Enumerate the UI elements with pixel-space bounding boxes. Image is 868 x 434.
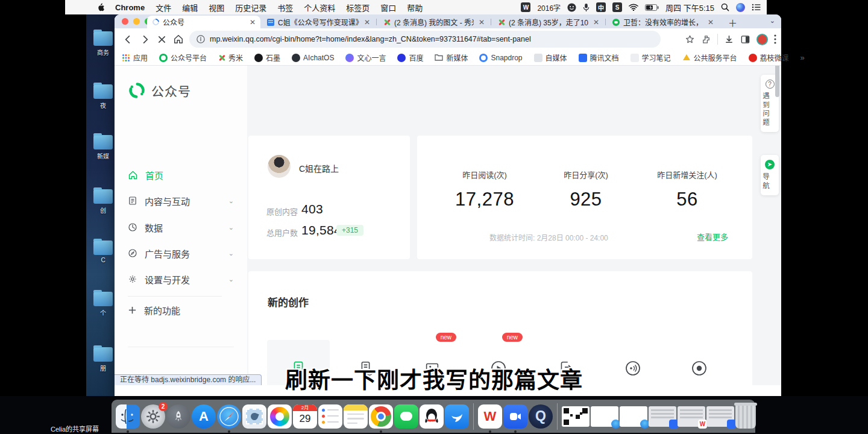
bookmark-snapdrop[interactable]: Snapdrop <box>479 54 522 62</box>
sidebar-item-ads[interactable]: 广告与服务 ⌄ <box>128 247 234 260</box>
reminders-dock-icon[interactable] <box>318 404 342 429</box>
desktop-folder[interactable]: 创 <box>91 189 115 215</box>
app-store-dock-icon[interactable]: A <box>192 404 216 429</box>
extensions-icon[interactable] <box>701 34 711 45</box>
tab-close-icon[interactable]: ✕ <box>706 18 715 27</box>
minimize-window-button[interactable] <box>133 18 140 25</box>
launchpad-dock-icon[interactable] <box>166 404 190 429</box>
menubar-item-bookmarks[interactable]: 书签 <box>277 2 293 13</box>
bookmark-folder-newmedia[interactable]: 新媒体 <box>435 52 468 63</box>
download-icon[interactable] <box>724 34 734 45</box>
sidebar-item-data[interactable]: 数据 ⌄ <box>128 221 234 234</box>
bookmark-tencent-docs[interactable]: 腾讯文档 <box>579 52 619 63</box>
menubar-item-edit[interactable]: 编辑 <box>182 2 198 13</box>
minimized-screenshot-window[interactable] <box>706 406 734 427</box>
tab-close-icon[interactable]: ✕ <box>592 18 600 27</box>
calendar-dock-icon[interactable]: 2月 29 <box>293 404 317 429</box>
safari-dock-icon[interactable] <box>217 404 241 429</box>
battery-icon[interactable] <box>645 4 659 11</box>
creation-item-audio[interactable]: 音频消息 <box>602 340 664 385</box>
bookmark-lizhi[interactable]: 荔枝微课 <box>749 52 789 63</box>
emoji-input-icon[interactable] <box>567 3 576 12</box>
tab-3[interactable]: (2 条消息) 35岁，走了10年弯 ✕ <box>492 16 604 28</box>
input-method-icon[interactable]: 中 <box>596 2 606 12</box>
bookmark-shimo[interactable]: 石墨 <box>254 52 280 63</box>
menubar-item-history[interactable]: 历史记录 <box>235 2 266 13</box>
menubar-app-name[interactable]: Chrome <box>115 3 145 12</box>
stop-loading-button[interactable] <box>153 31 170 48</box>
chrome-dock-icon[interactable] <box>369 404 393 429</box>
menubar-item-file[interactable]: 文件 <box>156 2 171 13</box>
desktop-folder[interactable]: C <box>91 241 115 263</box>
bookmark-public-service[interactable]: 公共服务平台 <box>682 52 737 63</box>
menubar-item-tabs[interactable]: 标签页 <box>346 2 370 13</box>
mail-dock-icon[interactable] <box>242 404 266 429</box>
forward-button[interactable] <box>136 31 153 48</box>
wifi-icon[interactable] <box>629 4 638 11</box>
creation-item-live[interactable]: 直播 <box>668 340 731 385</box>
bookmarks-overflow-icon[interactable]: » <box>800 53 805 62</box>
menubar-item-view[interactable]: 视图 <box>209 2 224 13</box>
tab-2[interactable]: (2 条消息) 我的图文 - 秀米XIU ✕ <box>378 16 489 28</box>
close-window-button[interactable] <box>122 18 128 25</box>
microphone-icon[interactable] <box>583 3 590 12</box>
spotlight-search-icon[interactable] <box>721 3 729 11</box>
sidebar-item-home[interactable]: 首页 <box>128 168 234 181</box>
menubar-item-help[interactable]: 帮助 <box>407 2 423 13</box>
bookmark-zimeiti[interactable]: 自媒体 <box>534 52 567 63</box>
minimized-screenshot-window[interactable] <box>649 406 676 427</box>
wechat-dock-icon[interactable] <box>394 404 418 429</box>
qq-dock-icon[interactable] <box>420 404 444 429</box>
bookmark-mp-platform[interactable]: 公众号平台 <box>159 52 207 63</box>
bookmark-aichatos[interactable]: AIchatOS <box>292 54 334 62</box>
bookmark-xiumi[interactable]: 秀米 <box>218 52 243 63</box>
sidebar-item-content[interactable]: 内容与互动 ⌄ <box>128 194 234 207</box>
sidebar-item-new-features[interactable]: 新的功能 <box>128 303 234 316</box>
page-scrollbar[interactable] <box>775 66 779 97</box>
back-button[interactable] <box>119 31 136 48</box>
sogou-input-icon[interactable]: S <box>612 2 622 12</box>
desktop-folder[interactable]: 夜 <box>91 84 115 110</box>
trash-dock-icon[interactable] <box>735 404 756 429</box>
desktop-folder[interactable]: 个 <box>91 292 115 317</box>
home-button[interactable] <box>170 31 187 48</box>
notes-dock-icon[interactable] <box>344 404 368 429</box>
url-text[interactable]: mp.weixin.qq.com/cgi-bin/home?t=home/ind… <box>210 35 531 43</box>
bookmark-study-notes[interactable]: 学习笔记 <box>631 52 671 63</box>
menubar-clock[interactable]: 周四 下午5:15 <box>665 2 714 13</box>
quicktime-dock-icon[interactable]: Q <box>529 404 553 429</box>
finder-dock-icon[interactable] <box>116 404 140 429</box>
tab-close-icon[interactable]: ✕ <box>363 18 371 27</box>
dingtalk-dock-icon[interactable] <box>445 404 469 429</box>
minimized-screenshot-window[interactable]: W <box>678 406 705 427</box>
minimized-safari-window[interactable] <box>620 406 647 427</box>
nav-widget[interactable]: ➤ 导航 <box>761 155 779 195</box>
more-menu-icon[interactable] <box>774 34 776 44</box>
profile-photo[interactable] <box>268 155 291 178</box>
tab-1[interactable]: C姐《公众号写作变现课》 ✕ <box>262 16 375 28</box>
bookmark-baidu[interactable]: 百度 <box>397 52 423 63</box>
tab-close-icon[interactable]: ✕ <box>477 18 486 27</box>
bookmark-wenxin[interactable]: 文心一言 <box>345 52 386 63</box>
wps-dock-icon[interactable]: W <box>478 404 502 429</box>
menubar-item-profiles[interactable]: 个人资料 <box>304 2 335 13</box>
minimized-safari-window[interactable] <box>591 406 618 427</box>
bookmark-apps[interactable]: 应用 <box>122 52 148 63</box>
siri-icon[interactable] <box>736 3 745 12</box>
address-bar[interactable]: mp.weixin.qq.com/cgi-bin/home?t=home/ind… <box>189 31 661 48</box>
system-preferences-dock-icon[interactable]: 2 <box>141 404 165 429</box>
photos-dock-icon[interactable] <box>268 404 292 429</box>
profile-avatar[interactable] <box>756 34 768 45</box>
menubar-item-window[interactable]: 窗口 <box>380 2 396 13</box>
bookmark-star-icon[interactable] <box>685 34 695 45</box>
minimized-qr-window[interactable] <box>562 406 590 427</box>
wps-menubar-icon[interactable]: W <box>521 2 530 12</box>
see-more-link[interactable]: 查看更多 <box>697 231 728 242</box>
control-center-icon[interactable] <box>752 4 761 11</box>
apple-menu-icon[interactable] <box>96 3 104 12</box>
side-panel-icon[interactable] <box>740 34 750 45</box>
tencent-meeting-dock-icon[interactable] <box>503 404 527 429</box>
tab-close-icon[interactable]: ✕ <box>248 18 257 27</box>
new-tab-button[interactable]: ＋ <box>728 16 737 29</box>
tab-4[interactable]: 卫哲：没有效率的增长，是在加 ✕ <box>607 16 719 28</box>
